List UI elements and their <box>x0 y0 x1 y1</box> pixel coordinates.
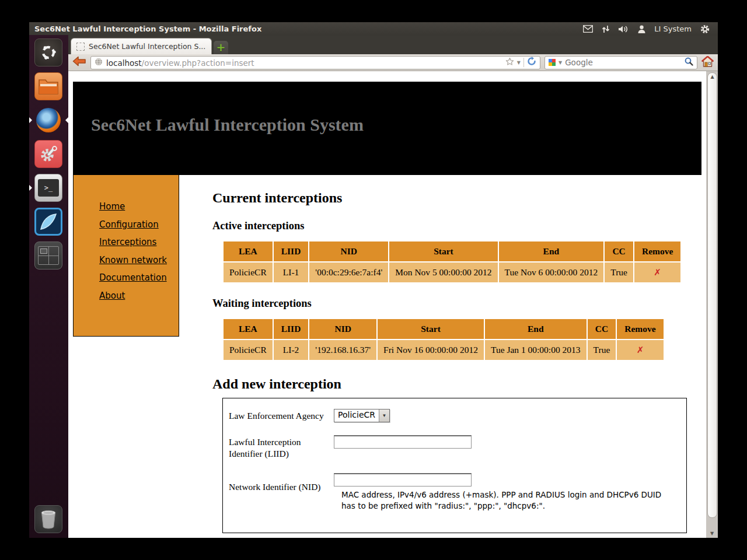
cell-lea: PolicieCR <box>224 340 273 360</box>
desktop-screen: Sec6Net Lawful Interception System - Moz… <box>0 0 747 560</box>
sidebar-item-documentation[interactable]: Documentation <box>99 272 179 283</box>
bookmark-star-icon[interactable] <box>505 57 514 68</box>
lea-select-value: PolicieCR <box>334 410 379 422</box>
sidebar-item-interceptions[interactable]: Interceptions <box>99 237 179 247</box>
mail-icon[interactable] <box>583 25 593 33</box>
back-button[interactable] <box>72 56 86 69</box>
launcher-ubuntu-dash[interactable] <box>34 38 62 66</box>
table-row: PolicieCR LI-2 '192.168.16.37' Fri Nov 1… <box>224 340 664 360</box>
add-interception-form: Law Enforcement Agency PolicieCR ▼ Lawfu… <box>222 398 687 533</box>
lea-select[interactable]: PolicieCR ▼ <box>334 409 390 422</box>
workspace-grid-icon <box>38 246 59 265</box>
browser-viewport: Sec6Net Lawful Interception System Home … <box>68 71 706 538</box>
table-header-row: LEA LIID NID Start End CC Remove <box>224 242 680 261</box>
tab-favicon-placeholder-icon <box>76 43 85 51</box>
search-input[interactable] <box>565 58 682 67</box>
cell-liid: LI-2 <box>274 340 309 360</box>
user-icon[interactable] <box>638 25 645 33</box>
scroll-down-arrow-icon[interactable]: ▼ <box>706 531 718 536</box>
launcher-wireshark[interactable] <box>34 208 62 236</box>
form-row-liid: Lawful Interception Identifier (LIID) <box>229 435 686 460</box>
search-bar[interactable]: ▼ <box>544 56 697 69</box>
firefox-running-indicator-icon <box>29 117 32 123</box>
col-end: End <box>499 242 604 261</box>
remove-interception-link[interactable]: ✗ <box>637 345 644 355</box>
col-cc: CC <box>588 319 616 339</box>
table-row: PolicieCR LI-1 '00:0c:29:6e:7a:f4' Mon N… <box>224 262 680 282</box>
col-nid: NID <box>309 319 376 339</box>
launcher-trash[interactable] <box>34 505 62 533</box>
window-title: Sec6Net Lawful Interception System - Moz… <box>29 24 261 33</box>
scrollbar-thumb[interactable]: ▲ <box>707 72 717 518</box>
col-remove: Remove <box>617 319 663 339</box>
navigation-toolbar: localhost/overview.php?action=insert ▼ ▼ <box>68 54 718 71</box>
url-bar-actions: ▼ <box>505 57 536 68</box>
sidebar-item-home[interactable]: Home <box>99 201 179 212</box>
sidebar-item-known-network[interactable]: Known network <box>99 255 179 265</box>
col-cc: CC <box>605 242 633 261</box>
scroll-up-arrow-icon[interactable]: ▲ <box>710 73 714 517</box>
terminal-running-indicator-icon <box>29 185 32 191</box>
url-path: /overview.php?action=insert <box>142 58 254 68</box>
liid-label: Lawful Interception Identifier (LIID) <box>229 435 334 460</box>
active-interceptions-heading: Active interceptions <box>212 220 706 232</box>
url-text: localhost/overview.php?action=insert <box>106 57 254 68</box>
remove-interception-link[interactable]: ✗ <box>654 267 661 278</box>
indicator-area: LI System <box>583 24 718 34</box>
bookmark-dropdown-caret-icon[interactable]: ▼ <box>517 60 521 65</box>
home-button[interactable] <box>701 56 714 69</box>
search-engine-caret-icon[interactable]: ▼ <box>558 60 562 65</box>
nid-hint-text: MAC address, IPv4/v6 address (+mask). PP… <box>334 489 672 512</box>
cell-cc: True <box>605 262 633 282</box>
firefox-icon <box>36 108 61 132</box>
sidebar-item-configuration[interactable]: Configuration <box>99 219 179 230</box>
reload-icon[interactable] <box>527 57 536 68</box>
col-liid: LIID <box>274 319 309 339</box>
terminal-icon: >_ <box>38 179 59 197</box>
col-liid: LIID <box>274 242 309 261</box>
cell-liid: LI-1 <box>274 262 309 282</box>
col-end: End <box>485 319 587 339</box>
cell-remove: ✗ <box>634 262 680 282</box>
viewport-scrollbar[interactable]: ▲ ▼ <box>706 71 718 538</box>
launcher-system-settings[interactable] <box>34 140 62 168</box>
session-user-label[interactable]: LI System <box>654 24 692 33</box>
col-start: Start <box>378 319 484 339</box>
network-arrows-icon[interactable] <box>602 25 610 33</box>
cell-start: Mon Nov 5 00:00:00 2012 <box>389 262 497 282</box>
page-banner-title: Sec6Net Lawful Interception System <box>73 82 701 135</box>
lea-label: Law Enforcement Agency <box>229 409 334 422</box>
form-row-lea: Law Enforcement Agency PolicieCR ▼ <box>229 409 686 422</box>
nid-input[interactable] <box>334 473 472 487</box>
main-content: Current interceptions Active interceptio… <box>179 175 706 533</box>
url-bar[interactable]: localhost/overview.php?action=insert ▼ <box>90 56 540 69</box>
liid-input[interactable] <box>334 435 472 449</box>
launcher-workspace-switcher[interactable] <box>34 242 62 270</box>
current-interceptions-heading: Current interceptions <box>212 190 706 206</box>
form-row-nid: Network Identifier (NID) MAC address, IP… <box>229 473 686 512</box>
cell-nid: '00:0c:29:6e:7a:f4' <box>309 262 388 282</box>
sound-icon[interactable] <box>619 25 629 33</box>
tab-sec6net[interactable]: Sec6Net Lawful Interception S... <box>71 38 212 54</box>
add-interception-heading: Add new interception <box>212 376 706 392</box>
search-magnifier-icon[interactable] <box>685 57 693 68</box>
col-nid: NID <box>309 242 388 261</box>
session-gear-icon[interactable] <box>700 24 710 34</box>
col-start: Start <box>389 242 497 261</box>
new-tab-button[interactable]: + <box>214 41 228 54</box>
sidebar-item-about[interactable]: About <box>99 290 179 301</box>
cell-end: Tue Jan 1 00:00:00 2013 <box>485 340 587 360</box>
url-separator <box>523 58 524 67</box>
waiting-interceptions-heading: Waiting interceptions <box>212 298 706 310</box>
waiting-interceptions-table: LEA LIID NID Start End CC Remove Policie… <box>222 318 665 361</box>
cell-lea: PolicieCR <box>224 262 273 282</box>
launcher-firefox[interactable] <box>34 106 62 134</box>
launcher-files[interactable] <box>34 72 62 100</box>
table-header-row: LEA LIID NID Start End CC Remove <box>224 319 664 339</box>
cell-cc: True <box>588 340 616 360</box>
col-remove: Remove <box>634 242 680 261</box>
google-logo-icon[interactable] <box>549 59 556 66</box>
launcher-terminal[interactable]: >_ <box>34 174 62 202</box>
url-host: localhost <box>106 58 142 68</box>
window-titlebar[interactable]: Sec6Net Lawful Interception System - Moz… <box>29 22 718 36</box>
